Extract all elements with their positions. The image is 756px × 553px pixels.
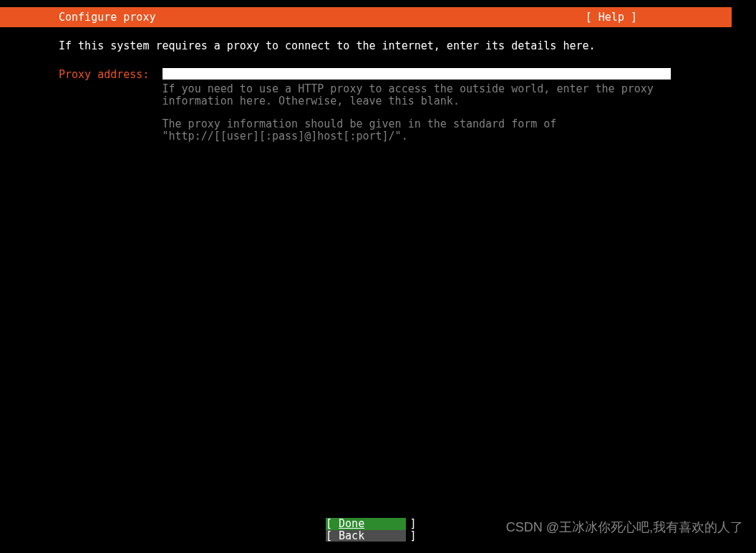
proxy-address-input[interactable]	[163, 68, 671, 80]
proxy-help-line4: "http://[[user][:pass]@]host[:port]/".	[163, 130, 671, 143]
proxy-help-line3: The proxy information should be given in…	[163, 118, 671, 130]
content-area: If this system requires a proxy to conne…	[0, 27, 732, 142]
back-button[interactable]: [ Back ]	[326, 530, 406, 542]
footer-buttons: [ Done ] [ Back ]	[0, 518, 732, 542]
proxy-help-line2: information here. Otherwise, leave this …	[163, 95, 671, 107]
done-button[interactable]: [ Done ]	[326, 518, 406, 530]
instruction-text: If this system requires a proxy to conne…	[59, 37, 732, 54]
proxy-address-label: Proxy address:	[59, 66, 163, 83]
right-padding	[732, 0, 756, 553]
proxy-help-line1: If you need to use a HTTP proxy to acces…	[163, 83, 671, 95]
page-title: Configure proxy	[0, 11, 155, 24]
back-button-label: Back	[339, 529, 364, 542]
header-bar: Configure proxy [ Help ]	[0, 7, 732, 27]
help-button[interactable]: [ Help ]	[586, 11, 732, 24]
done-button-label: Done	[339, 517, 364, 530]
proxy-field-row: Proxy address: If you need to use a HTTP…	[59, 66, 732, 142]
